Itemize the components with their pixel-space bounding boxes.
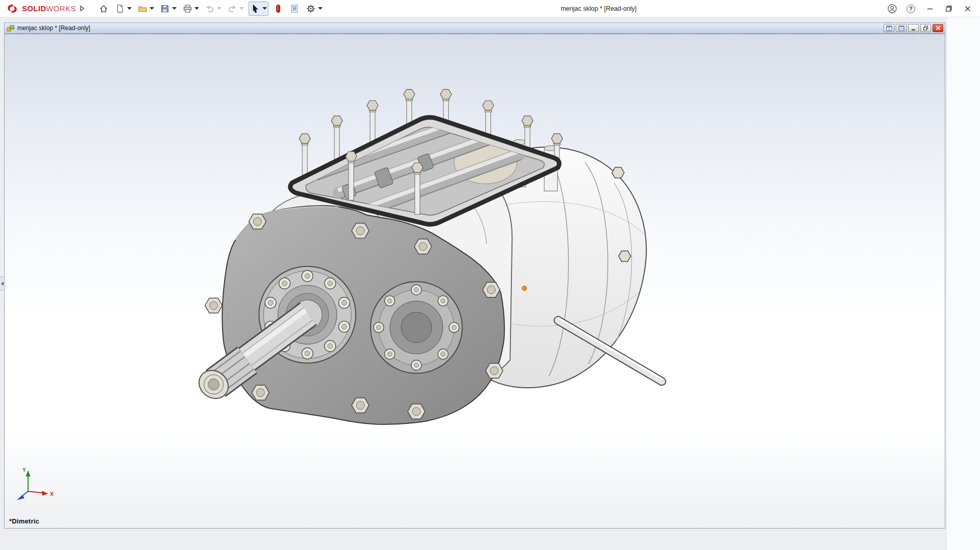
print-dropdown[interactable] bbox=[194, 2, 200, 15]
user-account-icon bbox=[887, 4, 897, 14]
new-document-button[interactable] bbox=[114, 2, 127, 15]
undo-button[interactable] bbox=[204, 2, 216, 15]
toolbar-expand-icon[interactable] bbox=[80, 6, 84, 11]
home-icon bbox=[99, 4, 108, 13]
account-button[interactable] bbox=[883, 0, 901, 17]
solidworks-brand: SOLIDWORKS bbox=[0, 4, 76, 14]
print-icon bbox=[183, 4, 192, 13]
document-window: menjac sklop * [Read-only] bbox=[4, 22, 945, 529]
gearbox-model bbox=[5, 34, 945, 528]
open-dropdown[interactable] bbox=[149, 2, 155, 15]
document-window-controls bbox=[884, 24, 943, 32]
task-pane-collapsed bbox=[946, 17, 980, 550]
chevron-left-icon bbox=[1, 282, 4, 286]
feature-panel-collapse-tab[interactable] bbox=[0, 277, 5, 290]
minimize-icon bbox=[926, 5, 934, 12]
restore-icon bbox=[945, 5, 952, 12]
red-capsule-icon bbox=[275, 4, 282, 13]
tile-horizontal-icon bbox=[898, 26, 904, 31]
z-axis-arrow bbox=[17, 495, 24, 500]
y-axis-arrow bbox=[26, 470, 31, 477]
minimize-button[interactable] bbox=[920, 0, 939, 17]
close-icon bbox=[964, 5, 971, 12]
document-title: menjac sklop * [Read-only] bbox=[17, 24, 90, 32]
tile-vertical-icon bbox=[886, 26, 892, 31]
close-icon bbox=[935, 26, 941, 31]
print-button[interactable] bbox=[181, 2, 194, 15]
undo-dropdown[interactable] bbox=[216, 2, 223, 15]
document-titlebar[interactable]: menjac sklop * [Read-only] bbox=[4, 22, 945, 34]
save-icon bbox=[160, 4, 169, 13]
window-controls: ? bbox=[883, 0, 977, 17]
app-window-title: menjac sklop * [Read-only] bbox=[561, 5, 637, 12]
options-dropdown[interactable] bbox=[317, 2, 324, 15]
assembly-document-icon bbox=[7, 24, 15, 32]
chevron-down-icon bbox=[172, 7, 177, 10]
view-orientation-label: *Dimetric bbox=[9, 517, 39, 525]
select-cursor-icon bbox=[249, 2, 262, 15]
new-document-icon bbox=[115, 4, 125, 13]
chevron-down-icon bbox=[217, 7, 222, 10]
select-tool-active[interactable] bbox=[249, 2, 268, 16]
close-button[interactable] bbox=[958, 0, 977, 17]
x-axis-arrow bbox=[42, 491, 48, 496]
document-minimize-button[interactable] bbox=[908, 24, 919, 32]
undo-icon bbox=[205, 4, 214, 13]
document-close-button[interactable] bbox=[933, 24, 943, 32]
chevron-down-icon bbox=[318, 7, 323, 10]
save-dropdown[interactable] bbox=[172, 2, 178, 15]
open-folder-icon bbox=[138, 4, 148, 13]
options-button[interactable] bbox=[305, 2, 317, 15]
home-button[interactable] bbox=[97, 2, 110, 15]
redo-button[interactable] bbox=[226, 2, 239, 15]
mdi-client-area: menjac sklop * [Read-only] bbox=[0, 17, 980, 550]
redo-dropdown[interactable] bbox=[239, 2, 245, 15]
red-capsule-tool-button[interactable] bbox=[272, 2, 285, 15]
gear-icon bbox=[306, 4, 315, 13]
select-dropdown[interactable] bbox=[262, 2, 268, 15]
help-icon: ? bbox=[906, 5, 915, 13]
app-titlebar: SOLIDWORKS bbox=[0, 0, 980, 17]
maximize-button[interactable] bbox=[939, 0, 958, 17]
chevron-down-icon bbox=[239, 7, 244, 10]
chevron-down-icon bbox=[194, 7, 199, 10]
save-button[interactable] bbox=[159, 2, 172, 15]
y-axis-label: Y bbox=[22, 467, 26, 473]
document-restore-button[interactable] bbox=[920, 24, 931, 32]
origin-marker bbox=[522, 286, 527, 290]
file-properties-icon bbox=[290, 4, 299, 13]
new-document-dropdown[interactable] bbox=[127, 2, 133, 15]
tile-horizontal-button[interactable] bbox=[896, 24, 906, 32]
redo-icon bbox=[228, 4, 237, 13]
x-axis-label: X bbox=[50, 491, 54, 497]
file-properties-button[interactable] bbox=[288, 2, 301, 15]
dassault-systemes-logo-icon bbox=[6, 4, 19, 14]
minimize-icon bbox=[911, 26, 917, 31]
chevron-down-icon bbox=[127, 7, 132, 10]
restore-icon bbox=[923, 26, 929, 31]
solidworks-wordmark: SOLIDWORKS bbox=[22, 4, 76, 13]
quick-access-toolbar bbox=[97, 2, 327, 16]
graphics-viewport[interactable]: Y X *Dimetric bbox=[4, 34, 945, 529]
orientation-triad: Y X bbox=[11, 464, 59, 506]
help-button[interactable]: ? bbox=[901, 0, 920, 17]
output-cover bbox=[371, 282, 462, 373]
open-button[interactable] bbox=[136, 2, 149, 15]
tile-vertical-button[interactable] bbox=[884, 24, 894, 32]
chevron-down-icon bbox=[150, 7, 154, 10]
chevron-down-icon bbox=[262, 7, 267, 10]
